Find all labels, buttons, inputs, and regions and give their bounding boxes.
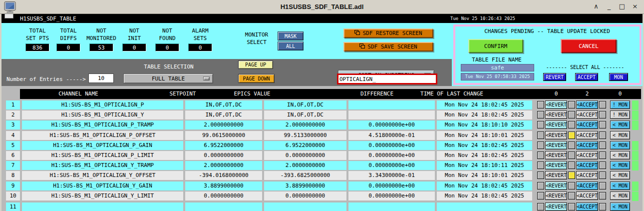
mon-checkbox[interactable] [599,182,606,190]
accept-checkbox[interactable] [568,121,575,128]
app-header-bar [0,14,644,23]
accept-checkbox[interactable] [568,192,575,200]
row-revert-button[interactable]: <REVERT [545,141,567,150]
mon-checkbox[interactable] [599,162,606,169]
revert-checkbox[interactable] [537,121,544,128]
row-accept-button[interactable]: <ACCEPT [576,120,598,129]
row-accept-button[interactable]: <ACCEPT [576,151,598,160]
select-all-revert-button[interactable]: REVERT [543,73,566,81]
row-mon-button[interactable]: < MON [610,161,630,170]
accept-checkbox[interactable] [568,172,575,179]
mon-checkbox[interactable] [599,172,606,179]
accept-checkbox[interactable] [568,152,575,159]
sdf-save-screen-button[interactable]: SDF SAVE SCREEN [343,42,433,52]
mon-checkbox[interactable] [599,132,606,139]
mon-checkbox[interactable] [599,142,606,149]
number-of-entries-input[interactable] [88,74,114,83]
page-down-button[interactable]: PAGE DOWN [238,74,275,83]
accept-checkbox[interactable] [568,182,575,190]
row-mon-button[interactable]: < MON [610,202,630,211]
shade-button[interactable]: ∧ [592,2,600,10]
revert-checkbox[interactable] [537,111,544,118]
row-accept-button[interactable]: <ACCEPT [576,110,598,119]
table-row: 6H1:SUS-BS_M1_OPTICALIGN_P_LIMIT0.000000… [0,151,644,160]
revert-checkbox[interactable] [537,172,544,179]
difference-cell: 0.00000000e+00 [348,182,435,190]
monitored-indicator [632,182,639,191]
row-revert-button[interactable]: <REVERT [545,131,567,140]
accept-checkbox[interactable] [568,142,575,149]
time-cell: Mon Nov 24 18:10:01 2025 [437,171,532,180]
revert-checkbox[interactable] [537,142,544,149]
row-accept-button[interactable]: <ACCEPT [576,202,598,211]
row-accept-button[interactable]: <ACCEPT [576,161,598,170]
stat-not-found-value: 0 [155,44,179,52]
revert-checkbox[interactable] [537,203,544,210]
row-accept-button[interactable]: <ACCEPT [576,182,598,190]
row-accept-button[interactable]: <ACCEPT [576,192,598,200]
row-revert-button[interactable]: <REVERT [545,192,567,200]
time-cell: Mon Nov 24 18:02:45 2025 [437,182,532,190]
row-revert-button[interactable]: <REVERT [545,100,567,109]
row-mon-button[interactable]: ! MON [610,100,630,109]
row-accept-button[interactable]: <ACCEPT [576,141,598,150]
page-up-button[interactable]: PAGE UP [238,60,273,69]
sdf-restore-screen-button[interactable]: SDF RESTORE SCREEN [343,28,433,38]
close-button[interactable]: × [631,2,639,10]
row-accept-button[interactable]: <ACCEPT [576,100,598,109]
revert-checkbox[interactable] [537,192,544,200]
mon-checkbox[interactable] [599,111,606,118]
row-mon-button[interactable]: < MON [610,131,630,140]
row-mon-button[interactable]: < MON [610,120,630,129]
row-number: 9 [6,182,20,190]
mon-checkbox[interactable] [599,203,606,210]
revert-checkbox[interactable] [537,152,544,159]
revert-checkbox[interactable] [537,101,544,108]
row-revert-button[interactable]: <REVERT [545,110,567,119]
revert-checkbox[interactable] [537,182,544,190]
row-revert-button[interactable]: <REVERT [545,202,567,211]
row-mon-button[interactable]: < MON [610,151,630,160]
difference-cell [348,202,435,211]
row-revert-button[interactable]: <REVERT [545,161,567,170]
accept-checkbox[interactable] [568,203,575,210]
cancel-button[interactable]: CANCEL [561,39,617,53]
header-setpoint: SETPOINT [143,89,223,99]
mon-checkbox[interactable] [599,101,606,108]
accept-checkbox[interactable] [568,162,575,169]
row-revert-button[interactable]: <REVERT [545,120,567,129]
select-all-accept-button[interactable]: ACCEPT [575,73,598,81]
minimize-button[interactable]: _ [605,2,613,10]
monitored-indicator [632,100,639,110]
row-accept-button[interactable]: <ACCEPT [576,171,598,180]
row-number: 1 [6,100,20,110]
table-selection-dropdown[interactable]: FULL TABLE [123,74,213,84]
stat-not-monitored-value: 53 [89,44,113,52]
select-all-mon-button[interactable]: MON [609,73,628,81]
revert-checkbox[interactable] [537,162,544,169]
row-revert-button[interactable]: <REVERT [545,182,567,190]
mon-checkbox[interactable] [599,192,606,200]
row-revert-button[interactable]: <REVERT [545,171,567,180]
row-mon-button[interactable]: < MON [610,171,630,180]
mon-checkbox[interactable] [599,121,606,128]
monitored-indicator [632,141,639,150]
row-accept-button[interactable]: <ACCEPT [576,131,598,140]
table-file-time-value: Tue Nov 25 07:58:33 2025 [461,73,534,80]
row-mon-button[interactable]: < MON [610,192,630,200]
monitor-mask-button[interactable]: MASK [278,32,304,40]
accept-checkbox[interactable] [568,111,575,118]
substring-filter-input[interactable] [337,74,437,84]
revert-checkbox[interactable] [537,132,544,139]
mon-checkbox[interactable] [599,152,606,159]
row-mon-button[interactable]: < MON [610,141,630,150]
accept-checkbox[interactable] [568,132,575,139]
row-mon-button[interactable]: < MON [610,182,630,190]
header-mon-count: 0 [610,89,630,99]
confirm-button[interactable]: CONFIRM [468,39,523,53]
maximize-button[interactable]: □ [618,2,626,10]
monitor-all-button[interactable]: ALL [278,42,304,50]
row-mon-button[interactable]: ! MON [610,110,630,119]
row-revert-button[interactable]: <REVERT [545,151,567,160]
accept-checkbox[interactable] [568,101,575,108]
